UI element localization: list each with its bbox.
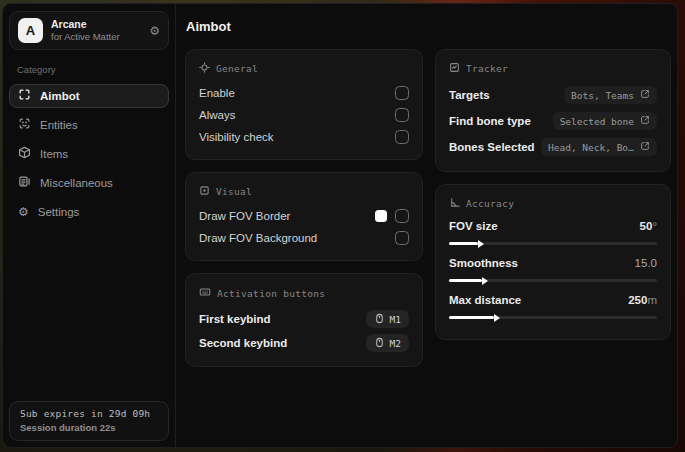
sidebar-item-aimbot[interactable]: Aimbot (9, 84, 169, 108)
slider-value: 15.0 (635, 257, 657, 269)
setting-row-find-bone-type: Find bone type Selected bone (449, 108, 657, 134)
sidebar-item-miscellaneous[interactable]: Miscellaneous (9, 171, 169, 195)
tracker-card: Tracker Targets Bots, Teams Find bone ty… (435, 49, 671, 172)
section-title: Visual (216, 186, 252, 197)
gear-icon: ⚙ (18, 206, 29, 218)
page-title: Aimbot (186, 19, 671, 34)
select-icon (640, 89, 650, 101)
keyboard-icon (199, 286, 211, 300)
app-header-card: A Arcane for Active Matter ⚙ (9, 11, 169, 50)
angle-icon (449, 197, 460, 210)
setting-label: Visibility check (199, 131, 274, 143)
setting-row-first-keybind: First keybind M1 (199, 307, 409, 331)
accuracy-card: Accuracy FOV size 50° Smoothness (435, 184, 671, 340)
setting-row-draw-fov-background: Draw FOV Background (199, 227, 409, 249)
sidebar-item-label: Entities (40, 119, 78, 131)
keybind-value: M1 (390, 314, 401, 325)
general-section-header: General (199, 62, 409, 75)
activation-buttons-card: Activation buttons First keybind M1 Seco… (185, 273, 423, 367)
smoothness-slider[interactable] (449, 279, 657, 282)
gear-icon[interactable]: ⚙ (149, 24, 160, 38)
setting-label: Draw FOV Background (199, 232, 317, 244)
setting-label: Find bone type (449, 115, 531, 127)
slider-fill (449, 279, 482, 282)
mouse-icon (374, 337, 385, 350)
menu-window: A Arcane for Active Matter ⚙ Category Ai… (2, 3, 678, 448)
second-keybind-button[interactable]: M2 (366, 334, 409, 352)
sidebar-item-items[interactable]: Items (9, 142, 169, 166)
sidebar-item-label: Items (40, 148, 68, 160)
setting-label: Targets (449, 89, 490, 101)
tracker-section-header: Tracker (449, 62, 657, 75)
setting-row-enable: Enable (199, 82, 409, 104)
draw-fov-border-checkbox[interactable] (395, 209, 409, 223)
scan-face-icon (18, 117, 31, 132)
enable-checkbox[interactable] (395, 86, 409, 100)
setting-row-second-keybind: Second keybind M2 (199, 331, 409, 355)
setting-label: Always (199, 109, 235, 121)
max-distance-slider-group: Max distance 250m (449, 291, 657, 319)
activation-section-header: Activation buttons (199, 286, 409, 300)
viewfinder-icon (18, 88, 31, 103)
tracker-icon (449, 62, 460, 75)
slider-fill (449, 242, 478, 245)
subscription-card: Sub expires in 29d 09h Session duration … (9, 401, 169, 441)
category-nav: Aimbot Entities Items Miscellaneous ⚙ Se… (9, 81, 169, 226)
sidebar-item-label: Aimbot (40, 90, 80, 102)
app-meta: Arcane for Active Matter (51, 18, 120, 43)
setting-label: FOV size (449, 220, 498, 232)
sidebar: A Arcane for Active Matter ⚙ Category Ai… (3, 4, 176, 447)
section-title: Tracker (466, 63, 508, 74)
sidebar-item-settings[interactable]: ⚙ Settings (9, 200, 169, 224)
list-panel-icon (18, 175, 31, 190)
fov-size-slider-group: FOV size 50° (449, 217, 657, 245)
setting-row-visibility-check: Visibility check (199, 126, 409, 148)
draw-fov-background-checkbox[interactable] (395, 231, 409, 245)
smoothness-slider-group: Smoothness 15.0 (449, 254, 657, 282)
visibility-check-checkbox[interactable] (395, 130, 409, 144)
max-distance-slider[interactable] (449, 316, 657, 319)
app-name: Arcane (51, 18, 120, 31)
fov-size-slider[interactable] (449, 242, 657, 245)
session-duration-text: Session duration 22s (20, 422, 158, 433)
fov-border-color-swatch[interactable] (375, 210, 387, 222)
always-checkbox[interactable] (395, 108, 409, 122)
main-content: Aimbot General Enable Always (176, 4, 678, 447)
cube-icon (18, 146, 31, 161)
section-title: General (216, 63, 258, 74)
setting-label: First keybind (199, 313, 271, 325)
mouse-icon (374, 313, 385, 326)
setting-label: Enable (199, 87, 235, 99)
general-card: General Enable Always Visibility check (185, 49, 423, 160)
find-bone-type-dropdown[interactable]: Selected bone (553, 112, 657, 130)
first-keybind-button[interactable]: M1 (366, 310, 409, 328)
setting-label: Max distance (449, 294, 521, 306)
setting-row-draw-fov-border: Draw FOV Border (199, 205, 409, 227)
dropdown-value: Selected bone (560, 116, 634, 127)
sidebar-item-label: Settings (38, 206, 80, 218)
setting-row-bones-selected: Bones Selected Head, Neck, Body, Pe… (449, 134, 657, 160)
sub-expiry-text: Sub expires in 29d 09h (20, 408, 158, 419)
visual-card: Visual Draw FOV Border Draw FOV Backgrou… (185, 172, 423, 261)
slider-value: 250m (628, 294, 657, 306)
section-title: Activation buttons (217, 288, 325, 299)
targets-dropdown[interactable]: Bots, Teams (564, 86, 657, 104)
bones-selected-dropdown[interactable]: Head, Neck, Body, Pe… (541, 138, 657, 156)
dropdown-value: Bots, Teams (571, 90, 634, 101)
slider-fill (449, 316, 494, 319)
app-subtitle: for Active Matter (51, 31, 120, 43)
select-icon (640, 141, 650, 153)
sidebar-item-entities[interactable]: Entities (9, 113, 169, 137)
app-logo: A (18, 18, 43, 43)
dropdown-value: Head, Neck, Body, Pe… (548, 142, 634, 153)
keybind-value: M2 (390, 338, 401, 349)
category-label: Category (17, 64, 161, 75)
setting-label: Smoothness (449, 257, 518, 269)
setting-row-targets: Targets Bots, Teams (449, 82, 657, 108)
accuracy-section-header: Accuracy (449, 197, 657, 210)
slider-value: 50° (640, 220, 657, 232)
sidebar-item-label: Miscellaneous (40, 177, 113, 189)
setting-label: Second keybind (199, 337, 287, 349)
setting-row-always: Always (199, 104, 409, 126)
square-dot-icon (199, 185, 210, 198)
